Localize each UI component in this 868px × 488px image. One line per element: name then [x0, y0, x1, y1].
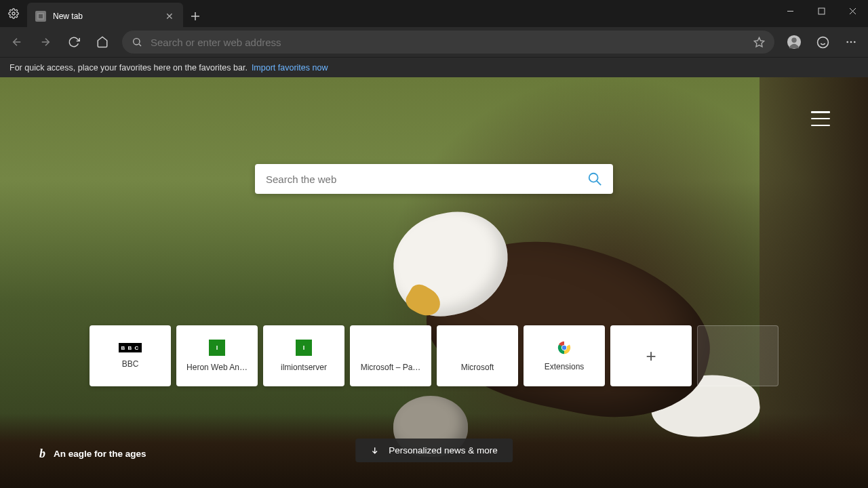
add-tile-button[interactable]: +: [610, 325, 692, 386]
quick-link-tile[interactable]: Extensions: [524, 325, 605, 386]
page-settings-button[interactable]: [811, 111, 830, 126]
svg-point-0: [12, 12, 15, 15]
quick-link-tile[interactable]: B B CBBC: [90, 325, 171, 386]
search-submit-icon[interactable]: [587, 171, 602, 186]
favorites-prompt-text: For quick access, place your favorites h…: [9, 63, 248, 73]
tile-label: BBC: [122, 359, 139, 369]
close-tab-icon[interactable]: ✕: [165, 11, 174, 22]
feedback-button[interactable]: [810, 29, 835, 55]
tab-favicon: [35, 11, 46, 22]
profile-button[interactable]: [781, 29, 807, 55]
svg-rect-6: [818, 8, 825, 14]
news-label: Personalized news & more: [389, 445, 498, 455]
svg-point-9: [134, 39, 140, 45]
close-window-button[interactable]: [837, 0, 868, 22]
web-search-input[interactable]: [266, 174, 587, 185]
tab-title: New tab: [53, 12, 159, 21]
personalized-news-button[interactable]: Personalized news & more: [355, 439, 513, 462]
plus-icon: +: [646, 346, 656, 367]
tile-label: Microsoft: [461, 363, 494, 372]
browser-tab[interactable]: New tab ✕: [27, 3, 183, 30]
home-button[interactable]: [90, 29, 115, 55]
settings-icon[interactable]: [0, 0, 27, 27]
svg-point-20: [589, 174, 598, 182]
svg-marker-11: [754, 37, 764, 46]
address-input[interactable]: [151, 37, 745, 48]
svg-point-13: [791, 38, 796, 43]
minimize-button[interactable]: [774, 0, 806, 22]
svg-point-23: [562, 346, 566, 350]
svg-line-21: [597, 181, 601, 185]
arrow-down-icon: [370, 446, 379, 455]
svg-line-10: [139, 44, 141, 46]
tile-label: Heron Web An…: [186, 363, 248, 372]
caption-text: An eagle for the ages: [54, 449, 146, 459]
image-caption[interactable]: b An eagle for the ages: [39, 447, 146, 461]
quick-link-tile[interactable]: Microsoft – Pa…: [350, 325, 431, 386]
menu-button[interactable]: [838, 29, 864, 55]
quick-link-tile[interactable]: IHeron Web An…: [176, 325, 258, 386]
svg-point-17: [846, 41, 848, 43]
back-button[interactable]: [4, 29, 30, 55]
import-favorites-link[interactable]: Import favorites now: [252, 63, 328, 73]
bing-icon: b: [39, 447, 45, 461]
quick-link-tile[interactable]: Microsoft: [437, 325, 518, 386]
quick-link-tile[interactable]: Iilmiontserver: [263, 325, 344, 386]
maximize-button[interactable]: [806, 0, 837, 22]
svg-rect-2: [39, 14, 43, 18]
new-tab-button[interactable]: [183, 3, 208, 30]
forward-button[interactable]: [33, 29, 58, 55]
svg-point-19: [854, 41, 856, 43]
svg-point-14: [817, 37, 828, 47]
window-controls: [774, 0, 868, 22]
tile-label: Microsoft – Pa…: [361, 363, 421, 372]
tile-label: ilmiontserver: [281, 363, 327, 372]
tile-label: Extensions: [545, 362, 585, 371]
search-icon: [132, 37, 142, 47]
title-bar: New tab ✕: [0, 0, 868, 27]
address-bar[interactable]: [122, 30, 774, 54]
refresh-button[interactable]: [61, 29, 87, 55]
favorite-star-icon[interactable]: [753, 37, 765, 48]
favorites-bar: For quick access, place your favorites h…: [0, 57, 868, 77]
toolbar: [0, 27, 868, 57]
web-search-box[interactable]: [255, 164, 613, 194]
empty-tile[interactable]: [697, 325, 778, 386]
new-tab-page: B B CBBCIHeron Web An…IilmiontserverMicr…: [0, 77, 868, 488]
quick-links: B B CBBCIHeron Web An…IilmiontserverMicr…: [90, 325, 778, 386]
svg-point-18: [850, 41, 852, 43]
